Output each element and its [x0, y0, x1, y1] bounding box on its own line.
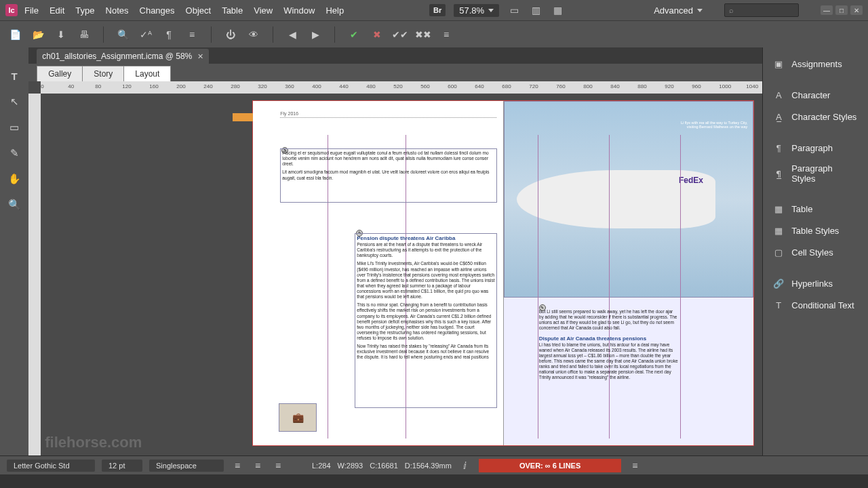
- line-stat: L:284: [312, 462, 331, 470]
- open-icon[interactable]: 📂: [31, 28, 45, 41]
- reject-all-icon[interactable]: ✖✖: [416, 28, 430, 41]
- workspace-switcher[interactable]: Advanced: [654, 5, 703, 16]
- accept-all-icon[interactable]: ✔✔: [393, 28, 407, 41]
- close-button[interactable]: ✕: [850, 5, 863, 15]
- size-field[interactable]: 12 pt: [102, 460, 142, 472]
- align-center-icon[interactable]: ≡: [251, 459, 264, 472]
- hand-tool-icon[interactable]: ✋: [6, 171, 22, 187]
- table-styles-icon: ▦: [772, 224, 785, 237]
- table-icon: ▦: [772, 203, 785, 215]
- menu-window[interactable]: Window: [283, 5, 315, 16]
- main-story-frame[interactable]: Pension dispute threatens Air Caribba Pe…: [355, 233, 497, 408]
- cont-p2: Li has tried to blame the unions, but hi…: [539, 342, 679, 381]
- prev-change-icon[interactable]: ◀: [285, 28, 299, 41]
- conditional-icon: T: [772, 299, 785, 311]
- arrange-icon[interactable]: ▥: [529, 3, 542, 17]
- depth-stat: D:1564.39mm: [405, 462, 452, 470]
- tools-panel: T ↖ ▭ ✎ ✋ 🔍: [0, 47, 28, 455]
- menu-type[interactable]: Type: [75, 5, 94, 16]
- paragraph-icon: ¶: [772, 142, 785, 154]
- panel-char-styles[interactable]: A̲Character Styles: [763, 106, 868, 127]
- spellcheck-icon[interactable]: ✓ᴬ: [139, 28, 153, 41]
- menu-notes[interactable]: Notes: [106, 5, 129, 16]
- chevron-down-icon: [697, 9, 703, 12]
- tab-layout[interactable]: Layout: [123, 66, 171, 81]
- next-change-icon[interactable]: ▶: [309, 28, 322, 41]
- font-field[interactable]: Letter Gothic Std: [7, 460, 95, 472]
- menu-help[interactable]: Help: [326, 5, 344, 16]
- leading-field[interactable]: Singlespace: [149, 460, 224, 472]
- position-tool-icon[interactable]: ↖: [6, 94, 22, 110]
- type-tool-icon[interactable]: T: [6, 68, 22, 84]
- hidden-chars-icon[interactable]: ¶: [162, 28, 176, 41]
- menu-object[interactable]: Object: [186, 5, 212, 16]
- assignments-icon: ▣: [772, 58, 785, 70]
- menu-edit[interactable]: Edit: [50, 5, 64, 16]
- toolbar-menu-icon[interactable]: ≡: [439, 28, 453, 41]
- bridge-button[interactable]: Br: [429, 4, 446, 16]
- menu-icon[interactable]: ≡: [185, 28, 199, 41]
- intro-text-frame[interactable]: Piscing el er sequismod eugue eugait vul…: [280, 148, 497, 203]
- panel-para-styles[interactable]: ¶̲Paragraph Styles: [763, 159, 868, 188]
- menu-view[interactable]: View: [254, 5, 273, 16]
- watermark: filehorse.com: [45, 434, 142, 451]
- hyperlinks-icon: 🔗: [772, 277, 785, 289]
- panels-icon[interactable]: ▦: [551, 3, 564, 17]
- save-icon[interactable]: ⬇: [54, 28, 68, 41]
- preview-icon[interactable]: 👁: [247, 28, 260, 41]
- panel-assignments[interactable]: ▣Assignments: [763, 53, 868, 75]
- print-icon[interactable]: 🖶: [77, 28, 91, 41]
- tab-galley[interactable]: Galley: [37, 66, 83, 81]
- image-placeholder[interactable]: 💼: [279, 403, 317, 432]
- tab-story[interactable]: Story: [82, 66, 124, 81]
- align-left-icon[interactable]: ≡: [231, 459, 244, 472]
- para-styles-icon: ¶̲: [772, 167, 785, 180]
- panel-dock: ▣Assignments ACharacter A̲Character Styl…: [762, 47, 868, 455]
- layout-canvas[interactable]: Fly 2016 ✎ Piscing el er sequismod eugue…: [41, 94, 762, 455]
- panel-table[interactable]: ▦Table: [763, 198, 868, 220]
- document-tab[interactable]: ch01_allstories_Assignment.icma @ 58% ✕: [37, 49, 209, 64]
- briefcase-icon: 💼: [292, 412, 304, 423]
- status-menu-icon[interactable]: ≡: [628, 459, 642, 472]
- power-icon[interactable]: ⏻: [224, 28, 237, 41]
- cont-headline: Dispute at Air Canada threatens pensions: [539, 336, 679, 342]
- zoom-dropdown[interactable]: 57.8%: [454, 4, 499, 17]
- horizontal-ruler: 0408012016020024028032036040044048052056…: [41, 81, 762, 94]
- note-tool-icon[interactable]: ▭: [6, 119, 22, 136]
- panel-cell-styles[interactable]: ▢Cell Styles: [763, 241, 868, 263]
- panel-table-styles[interactable]: ▦Table Styles: [763, 220, 868, 241]
- panel-paragraph[interactable]: ¶Paragraph: [763, 137, 868, 159]
- status-bar: Letter Gothic Std 12 pt Singlespace ≡ ≡ …: [0, 455, 868, 474]
- overset-indicator: OVER: ∞ 6 LINES: [479, 459, 621, 472]
- eyedropper-tool-icon[interactable]: ✎: [6, 145, 22, 161]
- accept-icon[interactable]: ✔: [347, 28, 361, 41]
- search-input[interactable]: ⌕: [724, 3, 799, 17]
- zoom-value: 57.8%: [459, 5, 484, 16]
- hero-image-frame[interactable]: FedEx Li flys with me all the way to Tur…: [504, 101, 754, 298]
- story-p2: Mike Li's Trinity Investments, Air Carib…: [357, 261, 495, 300]
- menu-table[interactable]: Table: [222, 5, 243, 16]
- screen-mode-icon[interactable]: ▭: [507, 3, 521, 17]
- menu-file[interactable]: File: [24, 5, 39, 16]
- copyfit-icon[interactable]: ⅈ: [458, 459, 472, 472]
- word-stat: W:2893: [338, 462, 363, 470]
- panel-conditional[interactable]: TConditional Text: [763, 294, 868, 316]
- find-icon[interactable]: 🔍: [116, 28, 130, 41]
- close-tab-icon[interactable]: ✕: [197, 52, 203, 61]
- document-tab-title: ch01_allstories_Assignment.icma @ 58%: [42, 52, 192, 61]
- align-right-icon[interactable]: ≡: [271, 459, 285, 472]
- story-p3: This is no minor spat. Changing from a b…: [357, 302, 495, 341]
- continued-story-frame[interactable]: But Li still seems prepared to walk away…: [538, 308, 680, 409]
- new-icon[interactable]: 📄: [8, 28, 22, 41]
- vertical-ruler: [28, 94, 41, 455]
- minimize-button[interactable]: —: [821, 5, 833, 15]
- panel-character[interactable]: ACharacter: [763, 84, 868, 106]
- story-headline: Pension dispute threatens Air Caribba: [357, 235, 495, 242]
- cont-p1: But Li still seems prepared to walk away…: [539, 309, 679, 331]
- reject-icon[interactable]: ✖: [370, 28, 384, 41]
- menu-changes[interactable]: Changes: [140, 5, 175, 16]
- image-caption: Li flys with me all the way to Turkey Ci…: [679, 121, 747, 129]
- panel-hyperlinks[interactable]: 🔗Hyperlinks: [763, 272, 868, 294]
- maximize-button[interactable]: □: [835, 5, 848, 15]
- zoom-tool-icon[interactable]: 🔍: [6, 197, 22, 213]
